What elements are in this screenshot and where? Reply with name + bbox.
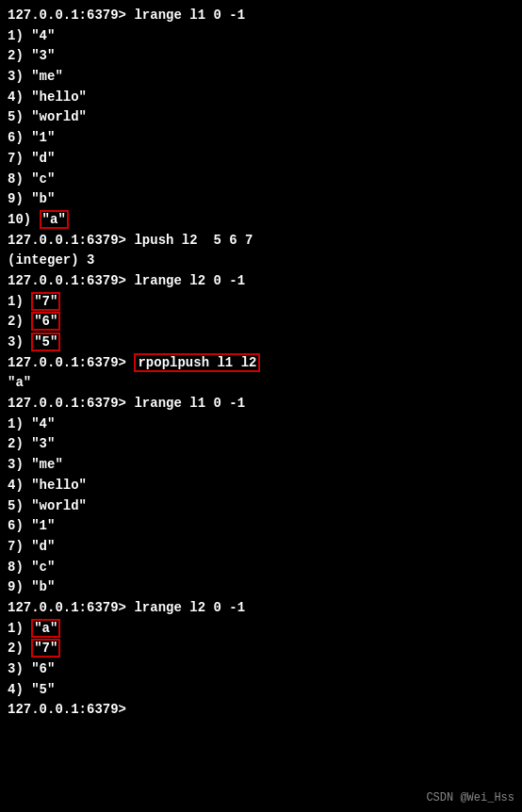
line-9: 8) "c": [8, 170, 514, 190]
line-25: 5) "world": [8, 496, 514, 517]
highlight-6: "6": [31, 312, 60, 331]
highlight-a2: "a": [31, 619, 60, 638]
line-26: 6) "1": [8, 516, 514, 537]
line-29: 9) "b": [8, 577, 514, 598]
line-28: 8) "c": [8, 558, 514, 578]
line-6: 5) "world": [8, 107, 514, 128]
line-12: 127.0.0.1:6379> lpush l2 5 6 7: [8, 231, 514, 252]
highlight-5: "5": [31, 333, 60, 351]
line-24: 4) "hello": [8, 476, 514, 496]
line-8: 7) "d": [8, 149, 514, 170]
line-22: 2) "3": [8, 434, 514, 455]
line-35: 127.0.0.1:6379>: [8, 700, 514, 721]
line-34: 4) "5": [8, 680, 514, 701]
line-5: 4) "hello": [8, 88, 514, 108]
line-17: 3) "5": [8, 333, 514, 353]
line-19: "a": [8, 373, 514, 394]
line-21: 1) "4": [8, 414, 514, 435]
line-11: 10) "a": [8, 210, 514, 231]
line-23: 3) "me": [8, 455, 514, 476]
line-27: 7) "d": [8, 537, 514, 558]
line-32: 2) "7": [8, 639, 514, 659]
line-3: 2) "3": [8, 46, 514, 67]
terminal: 127.0.0.1:6379> lrange l1 0 -1 1) "4" 2)…: [0, 0, 522, 812]
line-10: 9) "b": [8, 189, 514, 210]
line-18: 127.0.0.1:6379> rpoplpush l1 l2: [8, 353, 514, 374]
highlight-7: "7": [31, 292, 60, 311]
line-15: 1) "7": [8, 292, 514, 313]
line-7: 6) "1": [8, 128, 514, 149]
line-16: 2) "6": [8, 312, 514, 333]
line-2: 1) "4": [8, 26, 514, 47]
line-14: 127.0.0.1:6379> lrange l2 0 -1: [8, 271, 514, 292]
watermark: CSDN @Wei_Hss: [426, 791, 514, 804]
highlight-7b: "7": [31, 639, 60, 658]
highlight-a: "a": [40, 210, 69, 229]
line-4: 3) "me": [8, 67, 514, 88]
line-20: 127.0.0.1:6379> lrange l1 0 -1: [8, 394, 514, 414]
line-13: (integer) 3: [8, 251, 514, 271]
line-33: 3) "6": [8, 659, 514, 680]
highlight-rpoplpush: rpoplpush l1 l2: [134, 353, 260, 372]
line-1: 127.0.0.1:6379> lrange l1 0 -1: [8, 6, 514, 26]
line-31: 1) "a": [8, 619, 514, 640]
line-30: 127.0.0.1:6379> lrange l2 0 -1: [8, 598, 514, 619]
